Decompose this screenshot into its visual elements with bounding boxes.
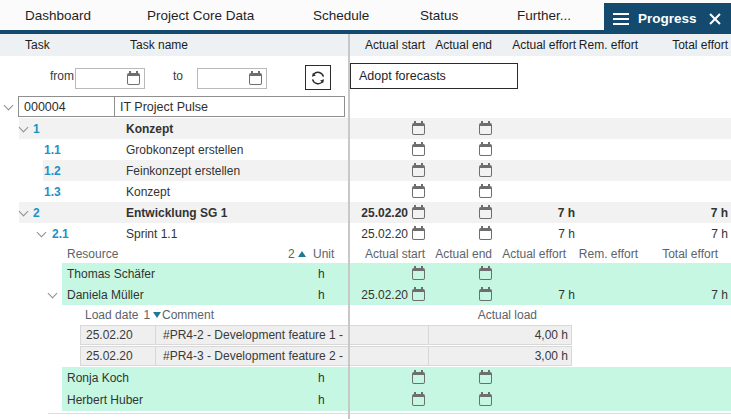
expand-chevron-icon[interactable] xyxy=(37,229,46,238)
column-header-actual-effort: Actual effort xyxy=(492,34,586,56)
actual-end-cell xyxy=(419,202,492,223)
calendar-icon[interactable] xyxy=(479,372,492,384)
resource-column-header[interactable]: Resource xyxy=(67,244,118,263)
refresh-button[interactable] xyxy=(305,65,331,90)
resource-row[interactable]: Herbert Huber h xyxy=(0,389,731,411)
sub-header-actual-end: Actual end xyxy=(419,244,492,263)
sort-asc-icon xyxy=(298,251,306,257)
total-effort-cell: 7 h xyxy=(638,202,728,223)
hamburger-icon[interactable] xyxy=(613,13,629,25)
calendar-icon[interactable] xyxy=(479,289,492,301)
calendar-icon[interactable] xyxy=(479,268,492,280)
project-id-field[interactable]: 000004 xyxy=(18,96,115,117)
unit-cell: h xyxy=(318,367,325,389)
load-row[interactable]: 25.02.20 #PR4-3 - Development feature 2 … xyxy=(0,346,731,367)
resource-row[interactable]: Daniela Müller h 25.02.20 7 h 7 h xyxy=(0,284,731,305)
tab-further[interactable]: Further... xyxy=(517,0,571,30)
expand-chevron-icon[interactable] xyxy=(48,290,57,299)
resource-name: Herbert Huber xyxy=(67,389,143,411)
calendar-icon[interactable] xyxy=(249,73,262,85)
expand-chevron-icon[interactable] xyxy=(19,208,28,217)
to-label: to xyxy=(173,69,183,83)
column-header-task-name: Task name xyxy=(130,34,188,56)
task-name: Entwicklung SG 1 xyxy=(126,202,227,223)
task-number: 1.2 xyxy=(44,160,61,181)
column-header-actual-end: Actual end xyxy=(419,34,492,56)
actual-end-cell xyxy=(419,389,492,411)
resource-row[interactable]: Thomas Schäfer h xyxy=(0,263,731,284)
task-row[interactable]: 1.2 Feinkonzept erstellen xyxy=(0,160,731,181)
resource-row[interactable]: Ronja Koch h xyxy=(0,367,731,389)
calendar-icon[interactable] xyxy=(127,73,140,85)
sort-desc-icon xyxy=(153,312,161,318)
tab-progress[interactable]: Progress xyxy=(604,3,731,34)
tab-project-core-data[interactable]: Project Core Data xyxy=(147,0,254,30)
calendar-icon[interactable] xyxy=(479,207,492,219)
calendar-icon[interactable] xyxy=(479,228,492,240)
table-bottom-border xyxy=(48,413,731,414)
load-date-cell: 25.02.20 xyxy=(80,325,156,345)
task-name: Konzept xyxy=(126,181,170,202)
tab-dashboard[interactable]: Dashboard xyxy=(25,0,91,30)
task-name: Grobkonzept erstellen xyxy=(126,139,243,160)
project-row[interactable]: 000004 IT Project Pulse xyxy=(0,94,731,118)
progress-module-window: Dashboard Project Core Data Schedule Sta… xyxy=(0,0,731,419)
sub-header-rem-effort: Rem. effort xyxy=(576,244,638,263)
project-name-field[interactable]: IT Project Pulse xyxy=(114,96,345,117)
calendar-icon[interactable] xyxy=(479,144,492,156)
sub-header-total-effort: Total effort xyxy=(638,244,728,263)
expand-chevron-icon[interactable] xyxy=(19,124,28,133)
load-date-column-header[interactable]: Load date 1 xyxy=(85,305,161,325)
task-row[interactable]: 1.3 Konzept xyxy=(0,181,731,202)
resource-header-row: Resource 2 Unit Actual start Actual end … xyxy=(0,244,731,263)
actual-start-value: 25.02.20 xyxy=(361,288,408,302)
column-header-rem-effort: Rem. effort xyxy=(576,34,638,56)
tab-status[interactable]: Status xyxy=(420,0,458,30)
actual-start-cell xyxy=(352,389,425,411)
actual-load-column-header: Actual load xyxy=(428,305,572,325)
actual-start-cell xyxy=(352,139,425,160)
sort-order-number: 1 xyxy=(143,308,150,322)
actual-end-cell xyxy=(419,160,492,181)
sub-header-actual-start: Actual start xyxy=(352,244,425,263)
actual-start-cell: 25.02.20 xyxy=(352,223,425,244)
adopt-forecasts-button[interactable]: Adopt forecasts xyxy=(350,63,518,89)
pane-divider[interactable] xyxy=(348,34,350,419)
column-header-task: Task xyxy=(25,34,50,56)
task-number: 1.1 xyxy=(44,139,61,160)
load-date-label: Load date xyxy=(85,308,138,322)
calendar-icon[interactable] xyxy=(479,186,492,198)
from-label: from xyxy=(50,69,74,83)
task-number: 1 xyxy=(33,118,40,139)
unit-column-header: Unit xyxy=(313,244,334,263)
unit-cell: h xyxy=(318,284,325,305)
actual-end-cell xyxy=(419,263,492,284)
load-row[interactable]: 25.02.20 #PR4-2 - Development feature 1 … xyxy=(0,325,731,346)
actual-start-cell xyxy=(352,367,425,389)
to-date-input[interactable] xyxy=(197,68,267,89)
from-date-input[interactable] xyxy=(75,68,145,89)
task-number: 1.3 xyxy=(44,181,61,202)
calendar-icon[interactable] xyxy=(479,123,492,135)
close-icon[interactable] xyxy=(709,13,721,25)
sort-indicator[interactable]: 2 xyxy=(288,244,306,263)
task-row[interactable]: 2.1 Sprint 1.1 25.02.20 7 h 7 h xyxy=(0,223,731,244)
column-header-total-effort: Total effort xyxy=(638,34,731,56)
actual-start-cell xyxy=(352,118,425,139)
task-row[interactable]: 1.1 Grobkonzept erstellen xyxy=(0,139,731,160)
active-tab-label: Progress xyxy=(638,11,697,26)
task-number: 2 xyxy=(33,202,40,223)
calendar-icon[interactable] xyxy=(479,394,492,406)
task-row[interactable]: 2 Entwicklung SG 1 25.02.20 7 h 7 h xyxy=(0,202,731,223)
task-name: Sprint 1.1 xyxy=(126,223,177,244)
actual-start-cell xyxy=(352,181,425,202)
task-row[interactable]: 1 Konzept xyxy=(0,118,731,139)
expand-chevron-icon[interactable] xyxy=(4,102,13,111)
tab-schedule[interactable]: Schedule xyxy=(313,0,369,30)
calendar-icon[interactable] xyxy=(479,165,492,177)
actual-start-cell: 25.02.20 xyxy=(352,284,425,305)
total-effort-cell: 7 h xyxy=(638,223,728,244)
unit-cell: h xyxy=(318,263,325,284)
resource-name: Thomas Schäfer xyxy=(67,263,155,284)
actual-start-cell xyxy=(352,263,425,284)
